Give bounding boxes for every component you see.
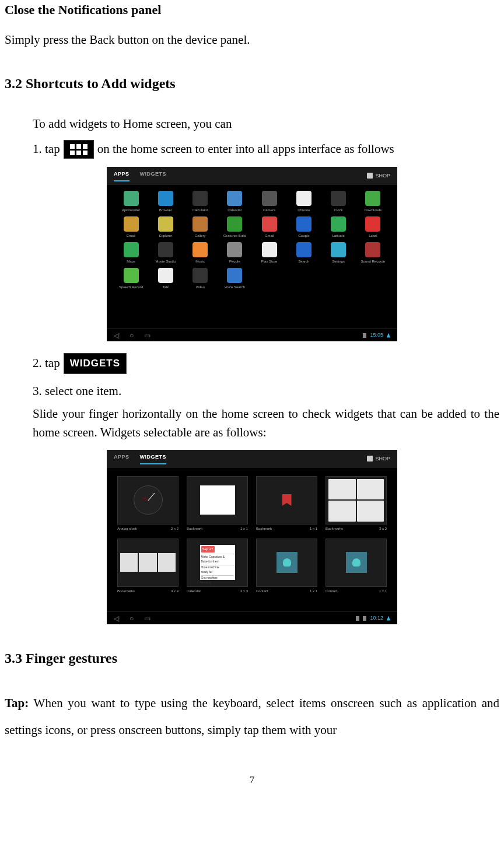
app-label: Google [298,233,309,239]
tablet-navbar-2: ◁ ○ ▭ 10:12 [107,611,397,624]
app-cell: Calendar [219,191,251,213]
app-label: Calculator [192,208,208,213]
app-label: Maps [127,259,135,264]
heading-finger-gestures: 3.3 Finger gestures [5,648,499,669]
app-label: Video [196,285,205,290]
app-label: Calendar [228,208,242,213]
page-number: 7 [5,772,499,788]
nav-back-icon: ◁ [114,330,119,341]
paragraph-close-notifications: Simply press the Back button on the devi… [5,31,499,50]
app-label: Sound Recorde [361,259,386,264]
app-cell: Browser [149,191,181,213]
app-label: Speech Record [119,285,143,290]
tab-widgets: WIDGETS [140,170,167,181]
app-cell: Local [357,216,389,239]
app-cell: Latitude [323,216,355,239]
widget-size: 3 x 3 [171,589,178,594]
app-cell: Music [184,242,216,264]
step-3-text: 3. select one item. [33,382,499,401]
app-icon [262,242,277,257]
wifi-icon [387,333,390,338]
app-label: Gallery [195,233,206,239]
widget-preview [326,539,387,587]
app-icon [158,191,173,206]
widget-cell: Sep 27Make Cupcakes &Bake for themTime m… [187,539,248,594]
app-icon [192,268,208,283]
app-cell: People [219,242,251,264]
app-label: Chrome [298,208,310,213]
app-label: Voice Search [225,285,245,290]
app-icon [331,191,346,206]
app-icon [158,242,173,257]
download-icon [356,616,359,621]
nav-time-2: 10:12 [370,614,383,623]
app-label: Latitude [332,233,344,239]
app-icon [262,216,277,232]
battery-icon [363,616,366,621]
all-apps-icon [64,140,94,159]
app-icon [296,191,312,206]
widget-label: Bookmark [187,526,202,532]
app-cell: Play Store [253,242,285,264]
screenshot-widgets-interface: APPS WIDGETS SHOP Analog clock2 x 2Bookm… [107,450,397,624]
app-cell: Gmail [253,216,285,239]
app-cell: Downloads [357,191,389,213]
app-icon [192,191,208,206]
app-label: Browser [159,208,172,213]
app-label: Downloads [365,208,382,213]
widget-cell: Bookmark1 x 1 [187,476,248,532]
app-icon [365,191,380,206]
widget-label: Bookmark [256,526,272,532]
tablet-navbar: ◁ ○ ▭ 15:05 [107,328,397,341]
screenshot-apps-interface: APPS WIDGETS SHOP ApkInstallerBrowserCal… [107,167,397,341]
widget-preview: Sep 27Make Cupcakes &Bake for themTime m… [187,539,248,587]
widget-size: 1 x 1 [379,589,387,594]
tap-label: Tap: [5,696,29,710]
app-icon [296,242,312,257]
app-grid: ApkInstallerBrowserCalculatorCalendarCam… [107,185,397,296]
paragraph-tap: Tap: When you want to type using the key… [5,690,499,743]
app-cell: Clock [323,191,355,213]
widget-size: 3 x 2 [379,526,387,532]
widget-label-row: Analog clock2 x 2 [117,526,178,532]
nav-home-icon: ○ [130,613,134,624]
app-label: ApkInstaller [122,208,140,213]
app-cell: Camera [253,191,285,213]
widget-label: Bookmarks [117,589,135,594]
widget-label-row: Bookmark1 x 1 [187,526,248,532]
app-cell: Chrome [288,191,320,213]
app-icon [331,216,346,232]
app-label: Music [195,259,205,264]
widget-size: 2 x 3 [240,589,248,594]
app-label: Settings [332,259,345,264]
widget-label-row: Bookmarks3 x 2 [326,526,387,532]
nav-time: 15:05 [370,331,383,340]
app-label: Gestures Build [223,233,246,239]
app-icon [124,242,139,257]
app-label: Local [369,233,377,239]
app-icon [158,216,173,232]
paragraph-add-widgets-intro: To add widgets to Home screen, you can [33,115,499,134]
app-cell: ApkInstaller [115,191,147,213]
app-cell: Gestures Build [219,216,251,239]
tap-description: When you want to type using the keyboard… [5,696,499,737]
widget-label: Calendar [187,589,201,594]
app-cell: Search [288,242,320,264]
app-cell: Talk [149,268,181,290]
app-icon [365,216,380,232]
widget-cell: Bookmark1 x 1 [256,476,317,532]
widget-cell: Bookmarks3 x 2 [326,476,387,532]
app-icon [296,216,312,232]
widget-label-row: Bookmarks3 x 3 [117,589,178,594]
app-icon [192,216,208,232]
app-cell: Calculator [184,191,216,213]
tab-apps-2: APPS [114,453,130,464]
app-label: Camera [263,208,275,213]
app-icon [227,242,242,257]
app-cell: Sound Recorde [357,242,389,264]
heading-close-notifications: Close the Notifications panel [5,0,499,19]
app-icon [192,242,208,257]
app-cell: Email [115,216,147,239]
nav-recent-icon: ▭ [144,330,150,341]
step-2-text-before: 2. tap [33,354,60,373]
